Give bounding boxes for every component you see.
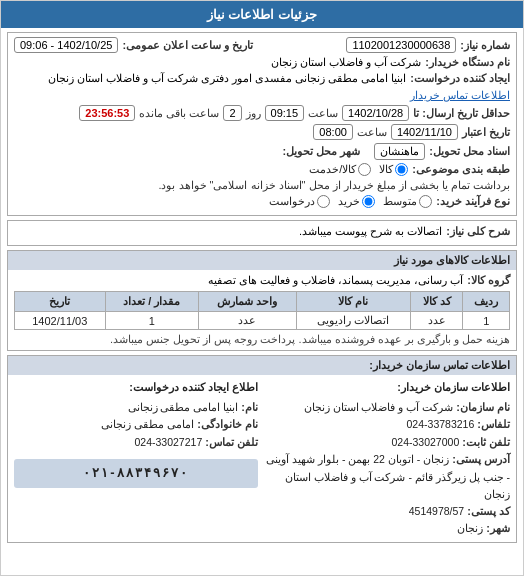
col-unit: واحد شمارش — [199, 292, 297, 312]
radio-type2-item: خرید — [338, 195, 375, 208]
contact-org-value: شرکت آب و فاضلاب استان زنجان — [304, 401, 454, 413]
contact-tel2: تلفن ثابت: 33027000-024 — [266, 434, 510, 452]
radio-khadamat-input[interactable] — [358, 163, 371, 176]
contact-left-title: اطلاع ایجاد کننده درخواست: — [14, 379, 258, 397]
col-code: کد کالا — [411, 292, 463, 312]
order-number-value: 1102001230000638 — [346, 37, 456, 53]
header-title: جزئیات اطلاعات نیاز — [207, 7, 317, 22]
col-date: تاریخ — [15, 292, 106, 312]
contact-province-value: زنجان — [457, 522, 483, 534]
send-time-label: ساعت — [308, 107, 338, 120]
contact-phone-value: 33027217-024 — [134, 436, 202, 448]
cell-code: عدد — [411, 312, 463, 330]
send-date-value: 1402/10/28 — [342, 105, 409, 121]
radio-type3-label: متوسط — [383, 195, 417, 208]
col-row: ردیف — [463, 292, 510, 312]
purchase-type-label: نوع فرآیند خرید: — [436, 195, 510, 208]
creation-org-label: ایجاد کننده درخواست: — [410, 72, 510, 85]
purchase-type-radio-group: متوسط خرید درخواست — [269, 195, 432, 208]
row-category: طبقه بندی موضوعی: کالا کالا/خدمت — [14, 163, 510, 176]
remaining-value: 23:56:53 — [79, 105, 135, 121]
payment-value: ماهنشان — [374, 143, 425, 160]
radio-type3-input[interactable] — [419, 195, 432, 208]
phone-banner-value: ۰۲۱-۸۸۳۴۹۶۷۰ — [83, 465, 188, 480]
contact-phone: تلفن تماس: 33027217-024 — [14, 434, 258, 452]
row-send-date: حداقل تاریخ ارسال: تا 1402/10/28 ساعت 09… — [14, 105, 510, 121]
row-creation-org: ایجاد کننده درخواست: ابنیا امامی مطقی زن… — [14, 72, 510, 102]
cell-qty: 1 — [105, 312, 198, 330]
radio-kala-input[interactable] — [395, 163, 408, 176]
radio-type2-label: خرید — [338, 195, 360, 208]
row-note: برداشت تمام یا بخشی از مبلغ خریدار از مح… — [14, 179, 510, 192]
goods-table: ردیف کد کالا نام کالا واحد شمارش مقدار /… — [14, 291, 510, 330]
contact-address: آدرس پستی: زنجان - اتوبان 22 بهمن - بلوا… — [266, 451, 510, 502]
day-value: 2 — [223, 105, 241, 121]
order-info-section: شماره نیاز: 1102001230000638 تاریخ و ساع… — [7, 32, 517, 216]
radio-khadamat-label: کالا/خدمت — [309, 163, 356, 176]
contact-header: اطلاعات تماس سازمان خریدار: — [8, 356, 516, 375]
send-date-label: حداقل تاریخ ارسال: تا — [413, 107, 510, 120]
validity-time-value: 08:00 — [313, 124, 353, 140]
row-order-num: شماره نیاز: 1102001230000638 تاریخ و ساع… — [14, 37, 510, 53]
radio-type1-input[interactable] — [317, 195, 330, 208]
sharh-row: شرح کلی نیاز: اتصالات به شرح پیوست میباش… — [14, 225, 510, 238]
cell-date: 1402/11/03 — [15, 312, 106, 330]
order-number-label: شماره نیاز: — [460, 39, 510, 52]
radio-type2-input[interactable] — [362, 195, 375, 208]
contact-tel2-value: 33027000-024 — [391, 436, 459, 448]
buyer-org-label: نام دستگاه خریدار: — [425, 56, 510, 69]
goods-group-label: گروه کالا: — [467, 274, 510, 287]
validity-time-label: ساعت — [357, 126, 387, 139]
col-qty: مقدار / تعداد — [105, 292, 198, 312]
validity-date-value: 1402/11/10 — [391, 124, 458, 140]
goods-group-row: گروه کالا: آب رسانی، مدیریت پسماند، فاضل… — [14, 274, 510, 287]
goods-header-title: اطلاعات کالاهای مورد نیاز — [394, 254, 510, 266]
radio-type1-item: درخواست — [269, 195, 330, 208]
contact-province: شهر: زنجان — [266, 520, 510, 538]
contact-tel1: تلفاس: 33783216-024 — [266, 416, 510, 434]
city-label: شهر محل تحویل: — [282, 145, 360, 158]
sharh-text: اتصالات به شرح پیوست میباشد. — [299, 225, 442, 238]
contact-tel1-value: 33783216-024 — [407, 418, 475, 430]
contact-link[interactable]: اطلاعات تماس خریدار — [410, 89, 510, 102]
cell-name: اتصالات رادیویی — [296, 312, 411, 330]
radio-kala-label: کالا — [379, 163, 393, 176]
radio-kala-item: کالا — [379, 163, 408, 176]
contact-name2: نام خانوادگی: امامی مطقی زنجانی — [14, 416, 258, 434]
goods-section: اطلاعات کالاهای مورد نیاز گروه کالا: آب … — [7, 250, 517, 351]
row-buyer-org: نام دستگاه خریدار: شرکت آب و فاضلاب استا… — [14, 56, 510, 69]
contact-name2-value: امامی مطقی زنجانی — [101, 418, 194, 430]
buyer-org-value: شرکت آب و فاضلاب استان زنجان — [271, 56, 421, 69]
cell-unit: عدد — [199, 312, 297, 330]
contact-name: نام: ابنیا امامی مطقی زنجانی — [14, 399, 258, 417]
remaining-label: ساعت باقی مانده — [139, 107, 219, 120]
page-wrapper: جزئیات اطلاعات نیاز شماره نیاز: 11020012… — [0, 0, 524, 576]
sharh-section: شرح کلی نیاز: اتصالات به شرح پیوست میباش… — [7, 220, 517, 246]
contact-section: اطلاعات تماس سازمان خریدار: اطلاعات سازم… — [7, 355, 517, 543]
contact-name-value: ابنیا امامی مطقی زنجانی — [128, 401, 239, 413]
contact-right-col: اطلاعات سازمان خریدار: نام سازمان: شرکت … — [266, 379, 510, 538]
radio-type1-label: درخواست — [269, 195, 315, 208]
contact-org: نام سازمان: شرکت آب و فاضلاب استان زنجان — [266, 399, 510, 417]
send-time-value: 09:15 — [265, 105, 305, 121]
contact-columns: اطلاعات سازمان خریدار: نام سازمان: شرکت … — [14, 379, 510, 538]
note-text: برداشت تمام یا بخشی از مبلغ خریدار از مح… — [158, 179, 510, 192]
date-time-value: 1402/10/25 - 09:06 — [14, 37, 118, 53]
delivery-note-text: هزینه حمل و بارگیری بر عهده فروشنده میبا… — [110, 333, 510, 345]
radio-khadamat-item: کالا/خدمت — [309, 163, 371, 176]
goods-group-value: آب رسانی، مدیریت پسماند، فاضلاب و فعالیت… — [208, 274, 463, 287]
category-label: طبقه بندی موضوعی: — [412, 163, 510, 176]
sharh-title: شرح کلی نیاز: — [446, 225, 510, 238]
contact-header-title: اطلاعات تماس سازمان خریدار: — [369, 359, 510, 371]
cell-row: 1 — [463, 312, 510, 330]
delivery-note: هزینه حمل و بارگیری بر عهده فروشنده میبا… — [14, 333, 510, 346]
contact-right-title: اطلاعات سازمان خریدار: — [266, 379, 510, 397]
goods-header: اطلاعات کالاهای مورد نیاز — [8, 251, 516, 270]
payment-label: اسناد محل تحویل: — [429, 145, 510, 158]
contact-postal: کد پستی: 4514978/57 — [266, 503, 510, 521]
phone-banner: ۰۲۱-۸۸۳۴۹۶۷۰ — [14, 459, 258, 488]
table-row: 1 عدد اتصالات رادیویی عدد 1 1402/11/03 — [15, 312, 510, 330]
row-payment: اسناد محل تحویل: ماهنشان شهر محل تحویل: — [14, 143, 510, 160]
validity-date-label: تاریخ اعتبار — [462, 126, 510, 139]
row-validity: تاریخ اعتبار 1402/11/10 ساعت 08:00 — [14, 124, 510, 140]
